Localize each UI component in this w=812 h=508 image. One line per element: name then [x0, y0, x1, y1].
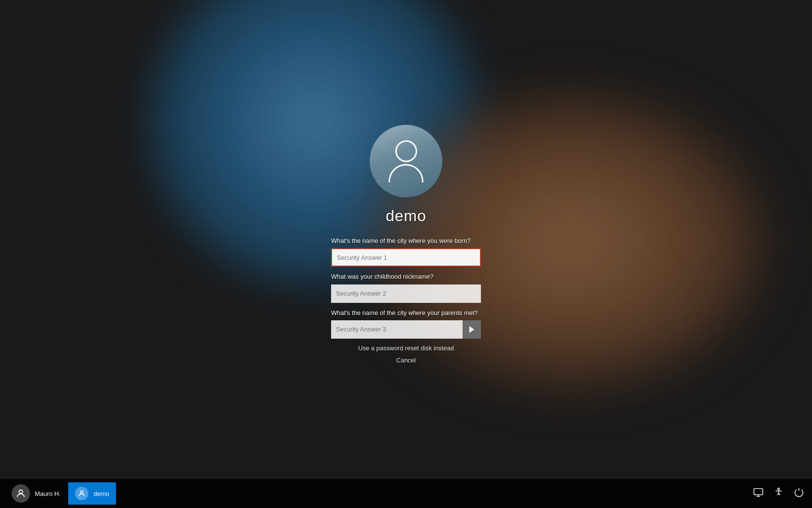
username-label: demo [386, 207, 426, 225]
security-questions-form: What's the name of the city where you we… [331, 237, 481, 364]
taskbar-right-icons [753, 487, 804, 500]
security-answer-2-input[interactable] [331, 284, 481, 303]
question-3-text: What's the name of the city where your p… [331, 309, 481, 317]
power-icon[interactable] [794, 487, 804, 500]
reset-disk-link[interactable]: Use a password reset disk instead [331, 344, 481, 352]
taskbar-user-mauro-name: Mauro H. [35, 490, 60, 497]
user-icon [15, 488, 26, 499]
demo-user-icon [78, 490, 86, 497]
question-2-text: What was your childhood nickname? [331, 272, 481, 281]
svg-rect-2 [754, 488, 763, 494]
taskbar-user-mauro-avatar [12, 484, 30, 503]
avatar-body [389, 164, 423, 182]
security-answer-3-input[interactable] [331, 320, 463, 339]
accessibility-icon[interactable] [773, 487, 784, 500]
taskbar-user-mauro[interactable]: Mauro H. [8, 482, 64, 505]
avatar [370, 125, 442, 197]
display-icon[interactable] [753, 487, 764, 500]
svg-point-1 [81, 491, 83, 493]
submit-button[interactable] [463, 320, 481, 339]
avatar-icon [389, 140, 423, 182]
svg-point-0 [19, 490, 22, 493]
avatar-head [395, 140, 417, 162]
taskbar-user-demo-avatar [75, 487, 88, 500]
svg-point-3 [778, 488, 780, 490]
cancel-link[interactable]: Cancel [331, 357, 481, 364]
security-answer-1-input[interactable] [331, 248, 481, 267]
main-content: demo What's the name of the city where y… [0, 0, 812, 479]
question-1-text: What's the name of the city where you we… [331, 237, 481, 245]
arrow-right-icon [469, 326, 474, 333]
taskbar-user-demo-label: demo [93, 490, 109, 497]
answer-3-row [331, 320, 481, 339]
taskbar-user-demo[interactable]: demo [68, 482, 116, 505]
taskbar: Mauro H. demo [0, 479, 812, 508]
